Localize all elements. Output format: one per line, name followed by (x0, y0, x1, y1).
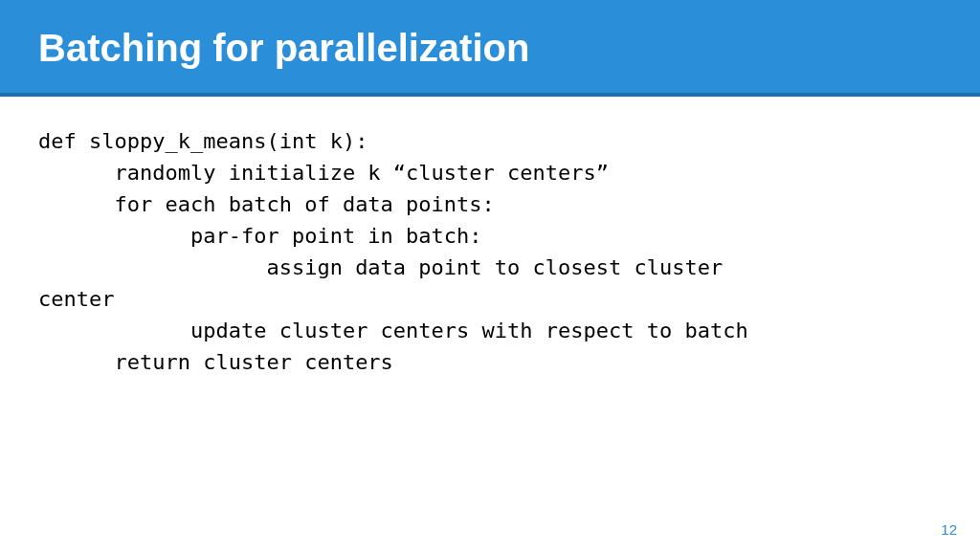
code-line: assign data point to closest cluster (38, 255, 723, 279)
code-line: for each batch of data points: (38, 192, 495, 216)
page-number: 12 (941, 521, 957, 538)
code-line: return cluster centers (38, 350, 393, 374)
code-block: def sloppy_k_means(int k): randomly init… (38, 125, 942, 378)
slide-content: def sloppy_k_means(int k): randomly init… (0, 97, 980, 407)
slide-header: Batching for parallelization (0, 0, 980, 97)
code-line: par-for point in batch: (38, 224, 482, 248)
code-line: center (38, 287, 114, 311)
slide-title: Batching for parallelization (38, 27, 942, 70)
code-line: def sloppy_k_means(int k): (38, 129, 368, 153)
code-line: randomly initialize k “cluster centers” (38, 161, 609, 185)
code-line: update cluster centers with respect to b… (38, 319, 748, 342)
